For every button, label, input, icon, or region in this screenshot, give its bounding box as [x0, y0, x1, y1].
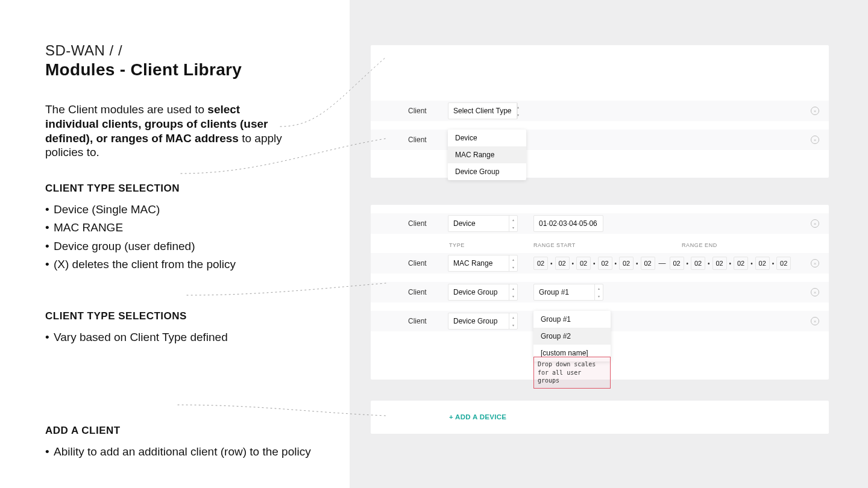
- group-dropdown[interactable]: Group #1 Group #2 [custom name]: [533, 311, 611, 361]
- client-row-mac-range: Client MAC Range ▴▾ 02• 02• 02• 02• 02• …: [371, 253, 829, 274]
- select-stepper[interactable]: ▴▾: [509, 255, 517, 271]
- dot-sep: •: [593, 260, 596, 267]
- select-value: Group #1: [534, 288, 594, 296]
- select-value: Device Group: [448, 317, 509, 325]
- select-stepper[interactable]: ▴▾: [509, 284, 517, 300]
- dot-sep: •: [750, 260, 753, 267]
- list-item: Device (Single MAC): [45, 201, 326, 219]
- mac-input[interactable]: 01·02·03·04·05·06: [533, 215, 603, 232]
- dot-sep: •: [687, 260, 689, 267]
- client-type-select[interactable]: Device Group ▴▾: [448, 284, 518, 301]
- client-type-select[interactable]: MAC Range ▴▾: [448, 255, 518, 272]
- breadcrumb: SD-WAN / /: [45, 42, 326, 59]
- dropdown-item[interactable]: Device: [448, 130, 526, 146]
- select-value: MAC Range: [448, 259, 509, 267]
- column-header-range-start: RANGE START: [533, 242, 576, 248]
- dot-sep: •: [550, 260, 553, 267]
- chevron-up-icon: ▴: [509, 313, 517, 321]
- mac-octet-input[interactable]: 02: [555, 257, 570, 270]
- mac-octet-input[interactable]: 02: [598, 257, 612, 270]
- select-stepper[interactable]: ▴▾: [517, 103, 519, 119]
- chevron-down-icon: ▾: [509, 224, 517, 231]
- select-stepper[interactable]: ▴▾: [509, 313, 517, 329]
- dropdown-item[interactable]: Group #2: [533, 328, 611, 345]
- field-label: Client: [371, 288, 443, 296]
- client-row-device: Client Device ▴▾ 01·02·03·04·05·06: [371, 213, 829, 234]
- client-type-select[interactable]: Device ▴▾: [448, 215, 518, 232]
- client-type-select[interactable]: Select Client Type ▴▾: [448, 102, 518, 119]
- dot-sep: •: [572, 260, 574, 267]
- delete-client-button[interactable]: [811, 136, 819, 144]
- chevron-down-icon: ▾: [509, 321, 517, 329]
- list-item: Vary based on Client Type defined: [45, 328, 326, 346]
- dot-sep: •: [615, 260, 617, 267]
- section-heading-type-selections: CLIENT TYPE SELECTIONS: [45, 310, 326, 322]
- mac-octet-input[interactable]: 02: [670, 257, 684, 270]
- add-client-list: Ability to add an additional client (row…: [45, 443, 326, 461]
- chevron-up-icon: ▴: [509, 216, 517, 224]
- add-client-row: + ADD A DEVICE: [371, 407, 829, 427]
- section-heading-add-client: ADD A CLIENT: [45, 425, 326, 437]
- page-title: Modules - Client Library: [45, 60, 326, 80]
- mac-octet-input[interactable]: 02: [691, 257, 705, 270]
- mac-octet-input[interactable]: 02: [734, 257, 748, 270]
- mac-octet-input[interactable]: 02: [755, 257, 770, 270]
- delete-client-button[interactable]: [811, 107, 819, 115]
- mac-octet-input[interactable]: 02: [641, 257, 655, 270]
- intro-text: The Client modules are used to select in…: [45, 102, 286, 160]
- client-row-device-group: Client Device Group ▴▾ Group #1 ▴▾: [371, 282, 829, 302]
- select-value: Select Client Type: [448, 107, 517, 115]
- mac-value: 01·02·03·04·05·06: [539, 219, 597, 228]
- list-item: Device group (user defined): [45, 237, 326, 255]
- dot-sep: •: [729, 260, 732, 267]
- panel-add-client: + ADD A DEVICE: [371, 401, 829, 434]
- select-value: Device: [448, 219, 509, 228]
- range-separator: —: [659, 259, 666, 267]
- dropdown-item[interactable]: MAC Range: [448, 146, 526, 163]
- client-type-dropdown[interactable]: Device MAC Range Device Group: [448, 130, 526, 180]
- select-stepper[interactable]: ▴▾: [594, 284, 603, 300]
- delete-client-button[interactable]: [811, 317, 819, 325]
- annotation-note: Drop down scales for all user groups: [533, 357, 611, 389]
- mac-octet-input[interactable]: 02: [533, 257, 548, 270]
- chevron-up-icon: ▴: [517, 103, 519, 111]
- mac-octet-input[interactable]: 02: [576, 257, 591, 270]
- list-item: (X) deletes the client from the policy: [45, 255, 326, 274]
- mac-octet-input[interactable]: 02: [619, 257, 634, 270]
- mac-octet-input[interactable]: 02: [712, 257, 727, 270]
- field-label: Client: [371, 107, 443, 115]
- field-label: Client: [371, 219, 443, 228]
- panel-client-type-examples: Client Device ▴▾ 01·02·03·04·05·06 TYPE …: [371, 205, 829, 380]
- field-label: Client: [371, 136, 443, 144]
- dropdown-item[interactable]: Device Group: [448, 163, 526, 180]
- client-type-select[interactable]: Device Group ▴▾: [448, 313, 518, 330]
- mac-range-start-group: 02• 02• 02• 02• 02• 02 — 02• 02• 02• 02•…: [533, 257, 791, 270]
- type-selections-list: Vary based on Client Type defined: [45, 328, 326, 346]
- chevron-down-icon: ▾: [517, 111, 519, 119]
- column-header-range-end: RANGE END: [682, 242, 717, 248]
- select-stepper[interactable]: ▴▾: [509, 216, 517, 231]
- group-select[interactable]: Group #1 ▴▾: [533, 284, 603, 301]
- select-value: Device Group: [448, 288, 509, 296]
- delete-client-button[interactable]: [811, 288, 819, 296]
- delete-client-button[interactable]: [811, 219, 819, 228]
- column-header-type: TYPE: [449, 242, 465, 248]
- chevron-up-icon: ▴: [509, 284, 517, 292]
- chevron-up-icon: ▴: [509, 255, 517, 263]
- type-selection-list: Device (Single MAC) MAC RANGE Device gro…: [45, 201, 326, 274]
- add-device-button[interactable]: + ADD A DEVICE: [449, 413, 506, 421]
- list-item: Ability to add an additional client (row…: [45, 443, 326, 461]
- panel-client-type-selection: Client Select Client Type ▴▾ Client Devi…: [371, 45, 829, 178]
- chevron-up-icon: ▴: [595, 284, 603, 292]
- delete-client-button[interactable]: [811, 259, 819, 267]
- dropdown-item[interactable]: Group #1: [533, 311, 611, 328]
- list-item: MAC RANGE: [45, 219, 326, 237]
- dot-sep: •: [636, 260, 638, 267]
- field-label: Client: [371, 317, 443, 325]
- mac-octet-input[interactable]: 02: [776, 257, 791, 270]
- client-row: Client Device MAC Range Device Group: [371, 130, 829, 150]
- client-row: Client Select Client Type ▴▾: [371, 101, 829, 121]
- intro-pre: The Client modules are used to: [45, 103, 207, 116]
- section-heading-type-selection: CLIENT TYPE SELECTION: [45, 183, 326, 195]
- field-label: Client: [371, 259, 443, 267]
